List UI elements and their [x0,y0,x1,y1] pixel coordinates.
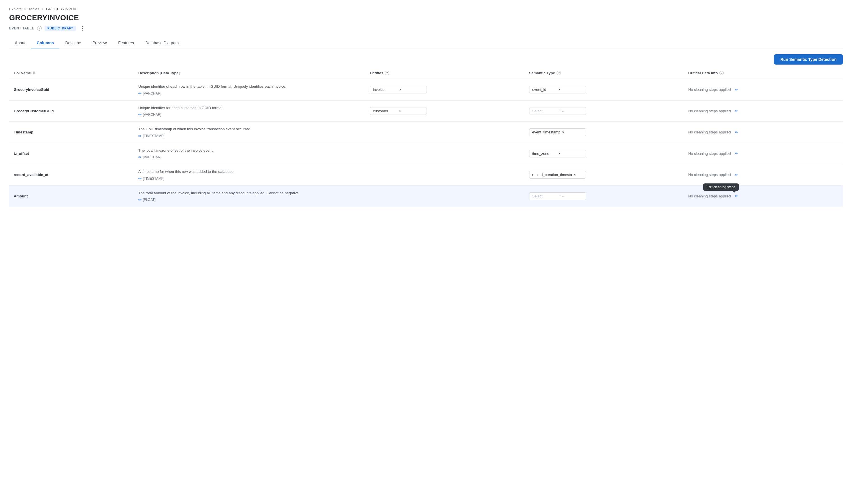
edit-description-icon[interactable]: ✏ [138,155,142,159]
no-cleaning-label: No cleaning steps applied [688,173,731,177]
select-arrow-icon: ⌃⌄ [559,109,583,113]
col-entities-cell [365,185,524,206]
edit-description-icon[interactable]: ✏ [138,197,142,202]
critical-cell: No cleaning steps applied ✏ [688,150,838,156]
th-critical-data-info: Critical Data Info ? [684,68,843,79]
col-name-sort-icon[interactable]: ⇅ [33,71,35,75]
tab-describe[interactable]: Describe [59,37,87,49]
desc-text: The GMT timestamp of when this invoice t… [138,126,361,132]
edit-description-icon[interactable]: ✏ [138,176,142,181]
table-meta: EVENT TABLE i PUBLIC_DRAFT ⋮ [9,25,843,32]
no-cleaning-label: No cleaning steps applied [688,194,731,198]
breadcrumb-current: GROCERYINVOICE [46,7,80,11]
semantic-tag[interactable]: time_zone × [529,150,586,158]
entity-tag[interactable]: invoice × [370,86,427,93]
semantic-tag[interactable]: event_timestamp × [529,128,586,136]
th-semantic-type: Semantic Type ? [525,68,684,79]
desc-text: The local timezone offset of the invoice… [138,148,361,154]
entity-tag-close[interactable]: × [399,88,424,91]
col-critical-cell: No cleaning steps applied ✏ [684,79,843,100]
entity-tag[interactable]: customer × [370,107,427,115]
tab-preview[interactable]: Preview [87,37,113,49]
table-row: GroceryInvoiceGuid Unique identifier of … [9,79,843,100]
data-type: ✏ [VARCHAR] [138,112,361,117]
edit-cleaning-button[interactable]: ✏ [734,129,739,135]
col-name-cell: record_available_at [9,164,134,186]
edit-cleaning-button[interactable]: ✏ [734,150,739,156]
desc-text: A timestamp for when this row was added … [138,169,361,175]
table-row: tz_offset The local timezone offset of t… [9,143,843,164]
col-name-cell: GroceryInvoiceGuid [9,79,134,100]
critical-cell: No cleaning steps applied ✏ [688,87,838,93]
edit-cleaning-button[interactable]: ✏ [734,87,739,93]
semantic-tag-close[interactable]: × [574,173,583,177]
table-row: record_available_at A timestamp for when… [9,164,843,186]
semantic-tag[interactable]: event_id × [529,86,586,93]
page-title: GROCERYINVOICE [9,14,843,22]
no-cleaning-label: No cleaning steps applied [688,87,731,92]
edit-description-icon[interactable]: ✏ [138,91,142,96]
tab-about[interactable]: About [9,37,31,49]
draft-badge: PUBLIC_DRAFT [44,26,76,31]
data-type: ✏ [TIMESTAMP] [138,176,361,181]
edit-cleaning-button[interactable]: ✏ [734,172,739,178]
semantic-select[interactable]: Select ⌃⌄ [529,107,586,115]
col-entities-cell [365,143,524,164]
semantic-tag-close[interactable]: × [559,152,583,156]
col-description-cell: The total amount of the invoice, includi… [134,185,365,206]
more-options-button[interactable]: ⋮ [79,25,86,32]
edit-cleaning-button[interactable]: ✏ [734,108,739,114]
no-cleaning-label: No cleaning steps applied [688,130,731,134]
semantic-tag-close[interactable]: × [559,88,583,91]
col-description-cell: The local timezone offset of the invoice… [134,143,365,164]
table-meta-label: EVENT TABLE [9,26,34,30]
table-row: Amount The total amount of the invoice, … [9,185,843,206]
critical-cell: No cleaning steps applied ✏ [688,172,838,178]
col-critical-cell: No cleaning steps applied ✏ [684,122,843,143]
semantic-type-help-icon[interactable]: ? [557,71,561,75]
col-semantic-cell: Select ⌃⌄ [525,185,684,206]
col-semantic-cell: record_creation_timesta × [525,164,684,186]
entities-help-icon[interactable]: ? [385,71,389,75]
data-type: ✏ [VARCHAR] [138,155,361,159]
data-type: ✏ [TIMESTAMP] [138,134,361,138]
columns-table: Col Name ⇅ Description [Data Type] Entit… [9,68,843,206]
semantic-tag-close[interactable]: × [562,130,583,134]
breadcrumb-sep-2: > [41,7,44,11]
col-description-cell: A timestamp for when this row was added … [134,164,365,186]
col-name-cell: tz_offset [9,143,134,164]
entity-tag-close[interactable]: × [399,109,424,113]
page-container: Explore > Tables > GROCERYINVOICE GROCER… [0,0,852,504]
col-critical-cell: No cleaning steps applied ✏ [684,164,843,186]
edit-cleaning-icon: ✏ [735,194,738,198]
tab-features[interactable]: Features [113,37,140,49]
edit-cleaning-icon: ✏ [735,130,738,134]
col-semantic-cell: event_timestamp × [525,122,684,143]
run-semantic-detection-button[interactable]: Run Semantic Type Detection [774,54,843,65]
edit-cleaning-icon: ✏ [735,87,738,92]
col-entities-cell: invoice × [365,79,524,100]
critical-data-help-icon[interactable]: ? [720,71,724,75]
breadcrumb-explore[interactable]: Explore [9,7,22,11]
critical-cell: No cleaning steps applied ✏ Edit cleanin… [688,193,838,199]
event-table-info-icon[interactable]: i [37,26,42,31]
col-semantic-cell: event_id × [525,79,684,100]
desc-text: The total amount of the invoice, includi… [138,190,361,196]
col-entities-cell [365,164,524,186]
edit-description-icon[interactable]: ✏ [138,112,142,117]
tab-database-diagram[interactable]: Database Diagram [140,37,185,49]
edit-cleaning-button[interactable]: ✏ [734,193,739,199]
col-critical-cell: No cleaning steps applied ✏ [684,100,843,122]
breadcrumb-tables[interactable]: Tables [29,7,39,11]
semantic-select[interactable]: Select ⌃⌄ [529,192,586,200]
semantic-tag[interactable]: record_creation_timesta × [529,171,586,179]
edit-description-icon[interactable]: ✏ [138,134,142,138]
data-type: ✏ [VARCHAR] [138,91,361,96]
tab-columns[interactable]: Columns [31,37,60,49]
data-type: ✏ [FLOAT] [138,197,361,202]
col-semantic-cell: time_zone × [525,143,684,164]
col-semantic-cell: Select ⌃⌄ [525,100,684,122]
col-description-cell: Unique identifier of each row in the tab… [134,79,365,100]
col-critical-cell: No cleaning steps applied ✏ Edit cleanin… [684,185,843,206]
critical-cell: No cleaning steps applied ✏ [688,129,838,135]
